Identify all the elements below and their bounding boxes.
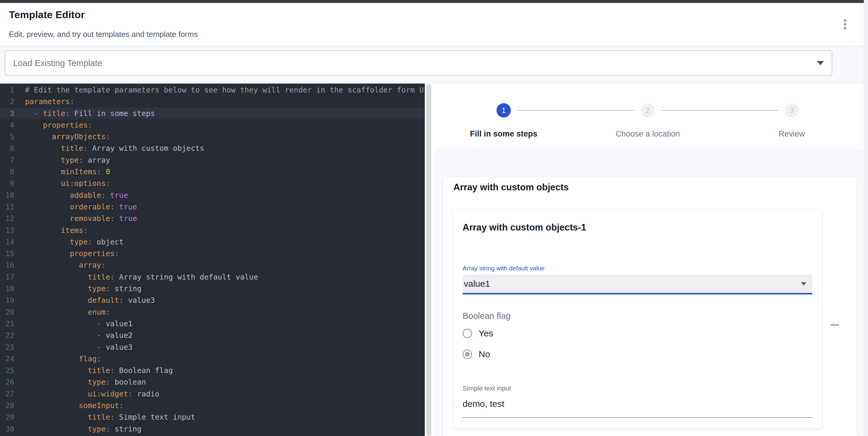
stepper-step-3[interactable]: 3Review xyxy=(720,103,864,139)
code-line[interactable]: 11 orderable: true xyxy=(0,201,425,213)
radio-group-label: Boolean flag xyxy=(463,311,812,321)
radio-label: No xyxy=(479,349,490,359)
step-circle: 3 xyxy=(785,103,799,118)
radio-option-yes[interactable]: Yes xyxy=(463,325,812,342)
step-label: Fill in some steps xyxy=(470,129,537,139)
select-field-label: Array string with default value xyxy=(463,264,812,272)
line-number: 2 xyxy=(0,96,14,107)
code-line[interactable]: 17 title: Array string with default valu… xyxy=(0,271,425,283)
code-line[interactable]: 16 array: xyxy=(0,259,425,271)
page-scrollbar[interactable] xyxy=(864,0,868,436)
remove-item-button[interactable] xyxy=(826,316,843,333)
line-number: 30 xyxy=(0,423,14,435)
line-number: 24 xyxy=(0,353,14,365)
line-number: 3 xyxy=(0,108,14,119)
code-line[interactable]: 23 - value3 xyxy=(0,341,425,353)
array-item-title: Array with custom objects-1 xyxy=(463,222,812,233)
chevron-down-icon xyxy=(817,61,824,65)
load-template-bar xyxy=(0,46,864,83)
line-number: 27 xyxy=(0,388,14,400)
code-line[interactable]: 2parameters: xyxy=(0,96,425,107)
code-line[interactable]: 19 default: value3 xyxy=(0,295,425,306)
line-number: 12 xyxy=(0,213,14,224)
code-line[interactable]: 10 addable: true xyxy=(0,190,425,201)
page-title: Template Editor xyxy=(9,9,85,21)
line-number: 14 xyxy=(0,236,14,248)
code-line[interactable]: 27 ui:widget: radio xyxy=(0,388,425,400)
line-number: 26 xyxy=(0,376,14,388)
code-line[interactable]: 4 properties: xyxy=(0,119,425,131)
code-line[interactable]: 1# Edit the template parameters below to… xyxy=(0,84,425,96)
step-label: Choose a location xyxy=(616,129,680,139)
select-field-group: Array string with default value value1 xyxy=(463,264,812,295)
code-editor[interactable]: 1# Edit the template parameters below to… xyxy=(0,83,425,436)
radio-label: Yes xyxy=(479,328,493,338)
line-number: 25 xyxy=(0,365,14,376)
line-number: 4 xyxy=(0,119,14,131)
line-number: 20 xyxy=(0,306,14,318)
code-line[interactable]: 3 - title: Fill in some steps xyxy=(0,108,425,119)
item-actions-column xyxy=(822,209,847,333)
radio-selected-icon xyxy=(463,349,472,359)
stepper-step-2[interactable]: 2Choose a location xyxy=(576,103,720,139)
step-circle: 2 xyxy=(641,103,655,118)
array-string-select[interactable]: value1 xyxy=(463,274,812,293)
line-number: 9 xyxy=(0,177,14,189)
line-number: 23 xyxy=(0,341,14,353)
code-line[interactable]: 8 minItems: 0 xyxy=(0,166,425,177)
code-line[interactable]: 30 type: string xyxy=(0,423,425,435)
code-line[interactable]: 9 ui:options: xyxy=(0,177,425,189)
code-line[interactable]: 14 type: object xyxy=(0,236,425,248)
code-line[interactable]: 24 flag: xyxy=(0,353,425,365)
step-label: Review xyxy=(779,129,805,139)
radio-field-group: Boolean flag YesNo xyxy=(463,311,812,363)
code-line[interactable]: 7 type: array xyxy=(0,154,425,166)
text-field-label: Simple text input xyxy=(463,384,812,392)
code-line[interactable]: 26 type: boolean xyxy=(0,376,425,388)
line-number: 6 xyxy=(0,142,14,154)
editor-scrollbar[interactable] xyxy=(426,84,431,436)
stepper-connector xyxy=(661,110,779,111)
line-number: 29 xyxy=(0,411,14,423)
code-line[interactable]: 29 title: Simple text input xyxy=(0,411,425,423)
code-line[interactable]: 5 arrayObjects: xyxy=(0,131,425,142)
line-number: 10 xyxy=(0,190,14,201)
code-line[interactable]: 22 - value2 xyxy=(0,330,425,341)
form-section-title: Array with custom objects xyxy=(453,182,847,193)
line-number: 5 xyxy=(0,131,14,142)
code-line[interactable]: 25 title: Boolean flag xyxy=(0,365,425,376)
line-number: 8 xyxy=(0,166,14,177)
code-line[interactable]: 15 properties: xyxy=(0,248,425,259)
stepper-steps: 1Fill in some steps2Choose a location3Re… xyxy=(432,103,864,139)
form-card: Array with custom objects Array with cus… xyxy=(443,177,857,436)
minus-icon xyxy=(831,324,839,326)
line-number: 17 xyxy=(0,271,14,283)
chevron-down-icon xyxy=(801,282,806,286)
line-number: 18 xyxy=(0,283,14,295)
select-value: value1 xyxy=(464,279,490,289)
stepper-step-1[interactable]: 1Fill in some steps xyxy=(432,103,576,139)
code-line[interactable]: 21 - value1 xyxy=(0,318,425,330)
code-line[interactable]: 12 removable: true xyxy=(0,213,425,224)
radio-unselected-icon xyxy=(463,329,472,338)
radio-option-no[interactable]: No xyxy=(463,346,812,363)
code-line[interactable]: 28 someInput: xyxy=(0,400,425,411)
text-input-underline xyxy=(463,417,812,418)
line-number: 7 xyxy=(0,154,14,166)
load-template-input[interactable] xyxy=(13,58,817,68)
preview-panel: 1Fill in some steps2Choose a location3Re… xyxy=(432,83,864,436)
code-line[interactable]: 13 items: xyxy=(0,225,425,236)
code-line[interactable]: 6 title: Array with custom objects xyxy=(0,142,425,154)
line-number: 19 xyxy=(0,295,14,306)
code-line[interactable]: 18 type: string xyxy=(0,283,425,295)
stepper: 1Fill in some steps2Choose a location3Re… xyxy=(432,83,864,149)
line-number: 13 xyxy=(0,225,14,236)
more-vertical-icon[interactable] xyxy=(840,19,850,31)
load-template-select[interactable] xyxy=(5,50,832,76)
simple-text-input[interactable] xyxy=(463,399,812,409)
line-number: 15 xyxy=(0,248,14,259)
radio-options: YesNo xyxy=(463,325,812,363)
code-line[interactable]: 20 enum: xyxy=(0,306,425,318)
line-number: 28 xyxy=(0,400,14,411)
form-preview-area: Array with custom objects Array with cus… xyxy=(433,149,864,436)
